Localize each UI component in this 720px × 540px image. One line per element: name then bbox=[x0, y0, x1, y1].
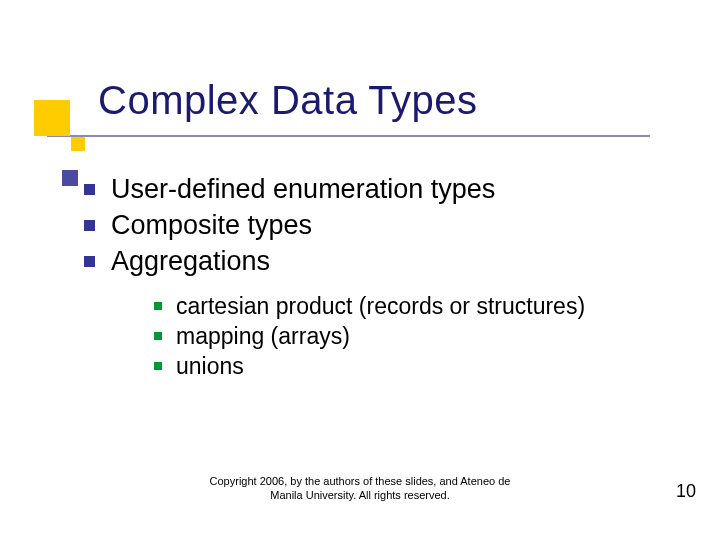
copyright-line: Copyright 2006, by the authors of these … bbox=[210, 475, 511, 487]
copyright: Copyright 2006, by the authors of these … bbox=[0, 474, 720, 502]
accent-square-large bbox=[34, 100, 70, 136]
accent-square-small bbox=[71, 137, 85, 151]
sub-list: cartesian product (records or structures… bbox=[154, 292, 660, 381]
sub-list-item: unions bbox=[154, 352, 660, 381]
slide-body: User-defined enumeration types Composite… bbox=[84, 172, 660, 382]
list-item: Aggregations bbox=[84, 244, 660, 278]
bullet-icon bbox=[84, 256, 95, 267]
list-item-text: Composite types bbox=[111, 208, 312, 242]
sub-list-item-text: cartesian product (records or structures… bbox=[176, 292, 585, 321]
sub-bullet-icon bbox=[154, 362, 162, 370]
sub-list-item: mapping (arrays) bbox=[154, 322, 660, 351]
sub-bullet-icon bbox=[154, 302, 162, 310]
sub-list-item: cartesian product (records or structures… bbox=[154, 292, 660, 321]
body-accent-square bbox=[62, 170, 78, 186]
list-item: Composite types bbox=[84, 208, 660, 242]
bullet-icon bbox=[84, 184, 95, 195]
bullet-icon bbox=[84, 220, 95, 231]
page-number: 10 bbox=[676, 481, 696, 502]
list-item: User-defined enumeration types bbox=[84, 172, 660, 206]
title-underline bbox=[47, 135, 650, 137]
sub-list-item-text: mapping (arrays) bbox=[176, 322, 350, 351]
list-item-text: Aggregations bbox=[111, 244, 270, 278]
list-item-text: User-defined enumeration types bbox=[111, 172, 495, 206]
slide-title: Complex Data Types bbox=[98, 78, 478, 123]
sub-list-item-text: unions bbox=[176, 352, 244, 381]
slide: Complex Data Types User-defined enumerat… bbox=[0, 0, 720, 540]
copyright-line: Manila University. All rights reserved. bbox=[270, 489, 450, 501]
sub-bullet-icon bbox=[154, 332, 162, 340]
